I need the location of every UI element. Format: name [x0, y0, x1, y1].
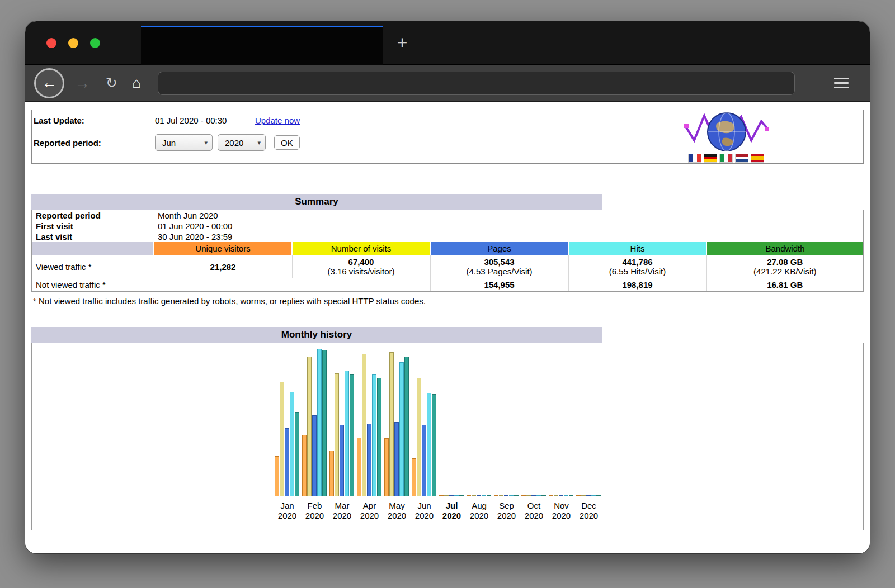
- bar-group-jan-2020: [274, 344, 301, 496]
- bar-number-of-visits-nov-2020: [554, 495, 558, 496]
- bar-hits-apr-2020: [372, 374, 376, 496]
- bar-pages-mar-2020: [340, 425, 344, 496]
- minimize-window-button[interactable]: [68, 38, 78, 48]
- home-button[interactable]: ⌂: [132, 74, 141, 92]
- month-label-dec-2020: Dec2020: [575, 501, 602, 521]
- month-label-aug-2020: Aug2020: [465, 501, 493, 521]
- not-viewed-traffic-row: Not viewed traffic * 154,955 198,819 16.…: [32, 278, 863, 292]
- bar-number-of-visits-jun-2020: [417, 378, 421, 496]
- month-label-oct-2020: Oct2020: [520, 501, 548, 521]
- close-window-button[interactable]: [46, 38, 56, 48]
- bar-hits-nov-2020: [564, 495, 568, 496]
- reported-period-label: Reported period:: [34, 138, 155, 148]
- bar-hits-sep-2020: [509, 495, 514, 496]
- bar-number-of-visits-oct-2020: [526, 495, 531, 496]
- summary-column-headers: Unique visitors Number of visits Pages H…: [32, 242, 863, 255]
- bar-group-jul-2020: [438, 344, 465, 496]
- table-row: First visit 01 Jun 2020 - 00:00: [32, 221, 863, 231]
- new-tab-button[interactable]: +: [388, 21, 417, 64]
- chevron-down-icon: ▾: [257, 139, 261, 146]
- bar-group-nov-2020: [548, 344, 575, 496]
- bar-pages-nov-2020: [559, 495, 563, 496]
- bar-bandwidth-oct-2020: [541, 495, 546, 496]
- col-hits: Hits: [568, 242, 706, 255]
- last-update-value: 01 Jul 2020 - 00:30: [155, 116, 255, 125]
- bar-unique-visitors-may-2020: [384, 438, 389, 496]
- bar-group-aug-2020: [465, 344, 493, 496]
- bar-pages-may-2020: [394, 422, 399, 496]
- bar-hits-jan-2020: [290, 392, 294, 496]
- bar-bandwidth-may-2020: [404, 357, 409, 496]
- back-button[interactable]: ←: [34, 68, 64, 98]
- flag-it[interactable]: [720, 154, 732, 162]
- bar-hits-jul-2020: [454, 495, 459, 496]
- address-bar[interactable]: [158, 72, 795, 95]
- bar-number-of-visits-aug-2020: [472, 495, 476, 496]
- reload-icon: ↻: [106, 75, 117, 91]
- flag-nl[interactable]: [736, 154, 748, 162]
- chevron-down-icon: ▾: [204, 139, 208, 146]
- bar-unique-visitors-nov-2020: [549, 495, 553, 496]
- flag-fr[interactable]: [689, 154, 701, 162]
- forward-button[interactable]: →: [74, 74, 90, 92]
- chart-bars: [274, 344, 863, 496]
- bar-bandwidth-sep-2020: [514, 495, 519, 496]
- zoom-window-button[interactable]: [90, 38, 100, 48]
- forward-arrow-icon: →: [74, 74, 90, 92]
- bar-pages-feb-2020: [312, 415, 317, 496]
- ok-button[interactable]: OK: [274, 135, 300, 150]
- bar-hits-feb-2020: [317, 349, 322, 496]
- bar-unique-visitors-aug-2020: [467, 495, 471, 496]
- bar-group-sep-2020: [493, 344, 520, 496]
- bar-number-of-visits-feb-2020: [307, 357, 312, 496]
- month-label-sep-2020: Sep2020: [493, 501, 520, 521]
- bar-pages-jul-2020: [449, 495, 454, 496]
- summary-table-wrap: Reported period Month Jun 2020 First vis…: [31, 210, 864, 292]
- bar-bandwidth-aug-2020: [487, 495, 491, 496]
- bar-number-of-visits-mar-2020: [335, 373, 339, 496]
- active-tab[interactable]: [141, 26, 383, 65]
- bar-group-dec-2020: [575, 344, 602, 496]
- language-flags: [689, 154, 772, 162]
- col-unique-visitors: Unique visitors: [154, 242, 292, 255]
- bar-hits-mar-2020: [345, 371, 349, 496]
- col-pages: Pages: [430, 242, 568, 255]
- flag-es[interactable]: [751, 154, 764, 162]
- month-label-may-2020: May2020: [383, 501, 411, 521]
- bar-pages-dec-2020: [586, 495, 591, 496]
- chart-labels: Jan2020Feb2020Mar2020Apr2020May2020Jun20…: [274, 501, 863, 521]
- bar-unique-visitors-feb-2020: [302, 435, 307, 496]
- not-viewed-footnote: * Not viewed traffic includes traffic ge…: [33, 296, 864, 306]
- flag-de[interactable]: [704, 154, 717, 162]
- bar-hits-oct-2020: [536, 495, 541, 496]
- bar-hits-jun-2020: [427, 393, 431, 496]
- month-label-jun-2020: Jun2020: [411, 501, 438, 521]
- month-label-feb-2020: Feb2020: [301, 501, 328, 521]
- bar-group-feb-2020: [301, 344, 328, 496]
- month-select[interactable]: Jun ▾: [155, 134, 213, 151]
- awstats-header-box: Last Update: 01 Jul 2020 - 00:30 Update …: [31, 110, 864, 164]
- bar-hits-may-2020: [399, 362, 404, 496]
- bar-bandwidth-jun-2020: [432, 394, 436, 496]
- awstats-logo-block: [684, 111, 772, 162]
- summary-table: Reported period Month Jun 2020 First vis…: [32, 210, 863, 291]
- year-select[interactable]: 2020 ▾: [218, 134, 266, 151]
- bar-group-oct-2020: [520, 344, 548, 496]
- bar-unique-visitors-sep-2020: [494, 495, 498, 496]
- reload-button[interactable]: ↻: [106, 75, 117, 91]
- month-label-jan-2020: Jan2020: [274, 501, 301, 521]
- monthly-history-section-title: Monthly history: [31, 327, 602, 343]
- menu-button[interactable]: [834, 78, 849, 88]
- bar-bandwidth-mar-2020: [350, 374, 354, 496]
- traffic-lights: [46, 21, 100, 64]
- bar-group-jun-2020: [411, 344, 438, 496]
- spacer-cell: [32, 242, 154, 255]
- bar-pages-jun-2020: [422, 425, 426, 496]
- navigation-toolbar: ← → ↻ ⌂: [25, 65, 870, 102]
- bar-number-of-visits-jul-2020: [444, 495, 449, 496]
- bar-number-of-visits-dec-2020: [581, 495, 586, 496]
- awstats-logo: [684, 111, 769, 151]
- update-now-link[interactable]: Update now: [255, 116, 300, 125]
- bar-number-of-visits-jan-2020: [280, 382, 284, 496]
- viewed-traffic-row: Viewed traffic * 21,282 67,400 (3.16 vis…: [32, 255, 863, 278]
